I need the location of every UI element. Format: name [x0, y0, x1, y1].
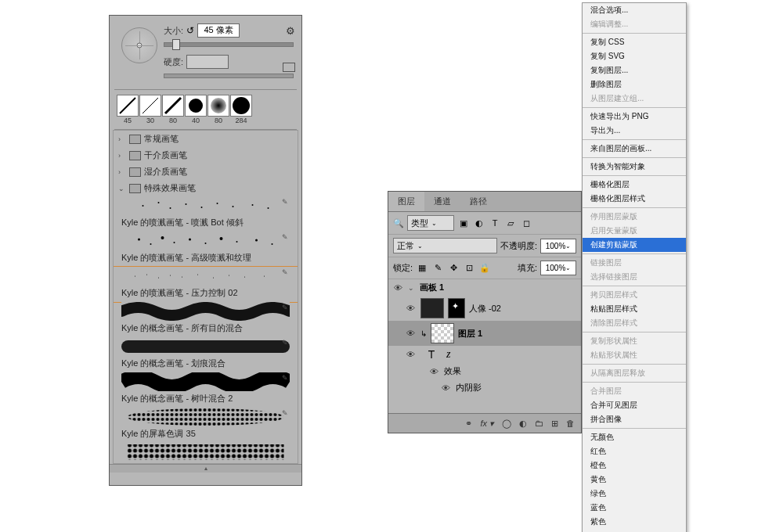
- filter-text-icon[interactable]: T: [489, 217, 501, 229]
- lock-pixels-icon[interactable]: ▦: [416, 262, 428, 275]
- search-icon[interactable]: 🔍: [393, 218, 404, 228]
- brush-item[interactable]: ✎Kyle 的喷溅画笔 - 喷溅 Bot 倾斜: [114, 196, 298, 232]
- edit-icon[interactable]: ✎: [282, 268, 288, 276]
- menu-item[interactable]: 删除图层: [583, 77, 686, 92]
- brush-item[interactable]: ✎Kyle 的喷溅画笔 - 压力控制 02: [114, 267, 298, 302]
- menu-item[interactable]: 链接图层: [583, 256, 686, 270]
- layer-row[interactable]: 👁 ↳ 图层 1: [388, 321, 581, 346]
- brush-thumb[interactable]: [162, 95, 184, 117]
- menu-item[interactable]: 绿色: [583, 487, 686, 501]
- edit-icon[interactable]: ✎: [282, 339, 288, 347]
- edit-icon[interactable]: ✎: [282, 198, 288, 206]
- brush-item[interactable]: ✎Kyle 的概念画笔 - 树叶混合 2: [114, 372, 298, 408]
- adjust-icon[interactable]: ◐: [519, 419, 527, 429]
- brush-item[interactable]: ✎Kyle 的屏幕色调 35: [114, 408, 298, 443]
- menu-item[interactable]: 复制 CSS: [583, 35, 686, 49]
- menu-item[interactable]: 无颜色: [583, 430, 686, 444]
- menu-item[interactable]: 合并图层: [583, 384, 686, 398]
- folder-row[interactable]: ›干介质画笔: [114, 147, 298, 164]
- link-icon[interactable]: ⚭: [465, 419, 472, 429]
- menu-item[interactable]: 转换为智能对象: [583, 160, 686, 174]
- folder-row[interactable]: ›常规画笔: [114, 131, 298, 147]
- hardness-input[interactable]: [186, 55, 229, 69]
- filter-smart-icon[interactable]: ◻: [520, 217, 532, 229]
- gear-icon[interactable]: ⚙: [286, 25, 295, 37]
- menu-item[interactable]: 灰色: [583, 529, 686, 532]
- tab-paths[interactable]: 路径: [460, 192, 496, 211]
- menu-item[interactable]: 从隔离图层释放: [583, 366, 686, 380]
- menu-item[interactable]: 蓝色: [583, 501, 686, 515]
- layer-thumb[interactable]: [431, 323, 454, 343]
- new-layer-icon[interactable]: ⊞: [551, 419, 558, 429]
- menu-item[interactable]: 快速导出为 PNG: [583, 110, 686, 124]
- menu-item[interactable]: 来自图层的画板...: [583, 142, 686, 156]
- visibility-icon[interactable]: 👁: [392, 283, 404, 293]
- visibility-icon[interactable]: 👁: [404, 304, 417, 313]
- hardness-slider[interactable]: [164, 74, 294, 78]
- menu-item-clipping-mask[interactable]: 创建剪贴蒙版: [583, 238, 686, 252]
- visibility-icon[interactable]: 👁: [439, 383, 452, 393]
- filter-shape-icon[interactable]: ▱: [504, 217, 517, 229]
- visibility-icon[interactable]: 👁: [428, 367, 440, 376]
- menu-item[interactable]: 停用图层蒙版: [583, 210, 686, 224]
- menu-item[interactable]: 紫色: [583, 515, 686, 529]
- layer-row[interactable]: 👁 ✦ 人像 -02: [388, 296, 581, 321]
- edit-icon[interactable]: ✎: [282, 374, 288, 382]
- brush-item[interactable]: ✎Kyle 的概念画笔 - 所有目的混合: [114, 302, 298, 337]
- tab-channels[interactable]: 通道: [424, 192, 460, 211]
- menu-item[interactable]: 编辑调整...: [583, 17, 686, 31]
- menu-item[interactable]: 拷贝图层样式: [583, 288, 686, 302]
- brush-thumb[interactable]: [230, 95, 252, 117]
- menu-item[interactable]: 复制形状属性: [583, 334, 686, 348]
- menu-item[interactable]: 栅格化图层: [583, 178, 686, 192]
- folder-row[interactable]: ›湿介质画笔: [114, 164, 298, 180]
- opacity-input[interactable]: 100%⌄: [540, 239, 576, 253]
- lock-all-icon[interactable]: 🔒: [478, 262, 491, 275]
- brush-thumb[interactable]: [139, 95, 161, 117]
- visibility-icon[interactable]: 👁: [404, 350, 417, 359]
- menu-item[interactable]: 红色: [583, 444, 686, 458]
- brush-item[interactable]: ✎Kyle 的喷溅画笔 - 高级喷溅和纹理: [114, 232, 298, 267]
- menu-item[interactable]: 清除图层样式: [583, 316, 686, 330]
- menu-item[interactable]: 选择链接图层: [583, 270, 686, 284]
- menu-item[interactable]: 栅格化图层样式: [583, 192, 686, 206]
- menu-item[interactable]: 复制 SVG: [583, 49, 686, 63]
- size-slider[interactable]: [164, 42, 294, 47]
- angle-knob[interactable]: [121, 27, 157, 63]
- brush-thumb[interactable]: [117, 95, 139, 117]
- menu-item[interactable]: 合并可见图层: [583, 398, 686, 412]
- resize-handle[interactable]: ▴: [110, 464, 301, 473]
- filter-type-dropdown[interactable]: 类型⌄: [407, 215, 454, 231]
- visibility-icon[interactable]: 👁: [404, 329, 417, 338]
- lock-artboard-icon[interactable]: ⊡: [463, 262, 475, 275]
- reset-icon[interactable]: ↺: [186, 25, 194, 36]
- edit-icon[interactable]: ✎: [282, 233, 288, 241]
- menu-item[interactable]: 混合选项...: [583, 3, 686, 17]
- layer-thumb[interactable]: [420, 298, 444, 318]
- size-input[interactable]: 45 像素: [197, 23, 240, 38]
- menu-item[interactable]: 启用矢量蒙版: [583, 224, 686, 238]
- brush-thumb[interactable]: [185, 95, 207, 117]
- layer-row[interactable]: 👁 T z: [388, 346, 581, 363]
- menu-item[interactable]: 从图层建立组...: [583, 92, 686, 106]
- menu-item[interactable]: 粘贴形状属性: [583, 348, 686, 362]
- menu-item[interactable]: 拼合图像: [583, 412, 686, 426]
- mask-thumb[interactable]: ✦: [448, 298, 465, 318]
- mask-icon[interactable]: ◯: [502, 419, 511, 429]
- menu-item[interactable]: 黄色: [583, 473, 686, 487]
- menu-item[interactable]: 导出为...: [583, 124, 686, 138]
- filter-image-icon[interactable]: ▣: [457, 217, 470, 229]
- brush-item[interactable]: [114, 443, 298, 463]
- fill-input[interactable]: 100%⌄: [540, 261, 576, 275]
- menu-item[interactable]: 粘贴图层样式: [583, 302, 686, 316]
- edit-icon[interactable]: ✎: [282, 304, 288, 311]
- trash-icon[interactable]: 🗑: [566, 419, 575, 428]
- effects-row[interactable]: 👁 效果: [388, 363, 581, 379]
- lock-brush-icon[interactable]: ✎: [431, 262, 444, 275]
- preset-manager-icon[interactable]: [283, 63, 295, 72]
- blend-mode-dropdown[interactable]: 正常⌄: [393, 238, 497, 253]
- effect-item-row[interactable]: 👁 内阴影: [388, 379, 581, 396]
- brush-thumb[interactable]: [207, 95, 229, 117]
- lock-position-icon[interactable]: ✥: [447, 262, 460, 275]
- menu-item[interactable]: 橙色: [583, 458, 686, 473]
